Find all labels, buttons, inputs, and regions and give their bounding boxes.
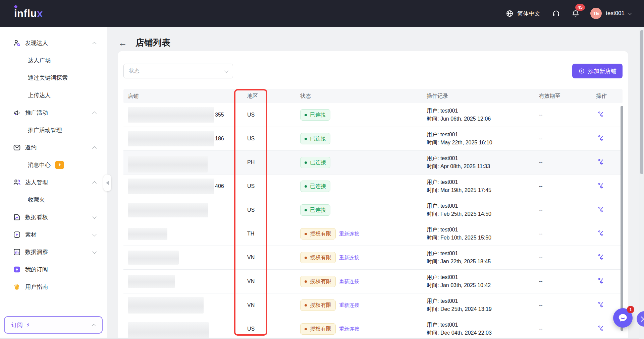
add-shop-button[interactable]: 添加新店铺 — [572, 64, 623, 78]
record-cell: 用户: test001时间: Feb 10th, 2025 15:50 — [427, 226, 539, 242]
transfer-icon[interactable] — [597, 277, 605, 284]
status-cell: 已连接 — [300, 204, 427, 216]
shop-cell — [123, 228, 247, 240]
table-scrollbar-thumb[interactable] — [621, 106, 623, 331]
globe-icon — [505, 9, 514, 18]
status-cell: 授权有限重新连接 — [300, 299, 427, 311]
sidebar-item-campaign-management[interactable]: 推广活动管理 — [0, 121, 107, 139]
status-badge: 已连接 — [300, 181, 330, 192]
chevron-down-icon — [92, 249, 97, 254]
sidebar-item-creator-management[interactable]: 达人管理 — [0, 174, 107, 191]
sidebar-item-invitations[interactable]: 邀约 — [0, 139, 107, 156]
avatar[interactable]: TE — [590, 8, 602, 19]
page-scrollbar-track[interactable] — [639, 27, 644, 339]
transfer-icon[interactable] — [597, 301, 605, 308]
redacted-shop-name — [128, 322, 209, 339]
status-filter-select[interactable]: 状态 — [123, 64, 233, 78]
chevron-down-icon — [224, 68, 228, 73]
region-cell: US — [247, 112, 300, 118]
record-cell: 用户: test001时间: Mar 19th, 2025 17:45 — [427, 178, 539, 194]
shop-cell: 186 — [123, 131, 247, 146]
expiry-cell: -- — [539, 112, 596, 118]
chevron-down-icon[interactable] — [628, 11, 632, 15]
status-cell: 授权有限重新连接 — [300, 252, 427, 263]
transfer-icon[interactable] — [597, 158, 605, 165]
reconnect-link[interactable]: 重新连接 — [339, 326, 359, 332]
status-dot-icon — [305, 138, 307, 140]
sidebar-item-label: 达人管理 — [25, 179, 93, 186]
status-badge: 授权有限 — [300, 228, 336, 240]
transfer-icon[interactable] — [597, 111, 605, 118]
lightning-badge-icon — [55, 161, 64, 169]
sidebar-item-label: 发现达人 — [25, 39, 93, 47]
shop-cell — [123, 275, 247, 288]
sidebar-item-label: 我的订阅 — [25, 266, 96, 273]
status-cell: 已连接 — [300, 181, 427, 192]
action-cell — [596, 301, 623, 310]
sidebar-item-message-center[interactable]: 消息中心 — [0, 156, 107, 174]
circle-plus-icon — [578, 68, 585, 74]
sidebar-item-data-insights[interactable]: 数据洞察 — [0, 243, 107, 261]
status-cell: 已连接 — [300, 157, 427, 168]
table-row: VN 授权有限重新连接 用户: test001时间: Jan 03th, 202… — [123, 270, 623, 293]
transfer-icon[interactable] — [597, 253, 605, 261]
region-cell: US — [247, 183, 300, 189]
transfer-icon[interactable] — [597, 206, 605, 213]
sidebar-collapse-handle[interactable] — [103, 175, 111, 191]
table-row: US 已连接 用户: test001时间: Feb 25th, 2025 14:… — [123, 198, 623, 222]
chat-widget-button[interactable]: 1 — [613, 308, 633, 328]
sidebar: 发现达人 达人广场 通过关键词探索 上传达人 推广活动 推广活动管理 邀约 — [0, 27, 107, 339]
subscribe-banner[interactable]: 订阅 — [4, 316, 103, 334]
sidebar-item-materials[interactable]: 素材 — [0, 226, 107, 243]
username-label: test001 — [606, 10, 625, 17]
sidebar-item-my-subscription[interactable]: 我的订阅 — [0, 261, 107, 278]
expiry-cell: -- — [539, 207, 596, 213]
sidebar-item-creator-marketplace[interactable]: 达人广场 — [0, 52, 107, 69]
column-header-expiry: 有效期至 — [539, 93, 596, 100]
status-cell: 已连接 — [300, 133, 427, 144]
sidebar-item-user-guide[interactable]: 用户指南 — [0, 278, 107, 295]
chat-bubble-icon — [617, 312, 629, 324]
reconnect-link[interactable]: 重新连接 — [339, 302, 359, 309]
sidebar-item-keyword-explore[interactable]: 通过关键词探索 — [0, 69, 107, 86]
shop-list-card: 状态 添加新店铺 店铺 地区 状态 操作记录 有效期至 操作 3 — [118, 51, 628, 339]
status-badge: 已连接 — [300, 157, 330, 168]
sidebar-item-favorites[interactable]: 收藏夹 — [0, 191, 107, 208]
sidebar-item-campaigns[interactable]: 推广活动 — [0, 104, 107, 121]
sidebar-item-data-dashboard[interactable]: 数据看板 — [0, 208, 107, 226]
action-cell — [596, 111, 623, 119]
status-badge: 授权有限 — [300, 276, 336, 287]
notifications-bell-icon[interactable]: 45 — [571, 9, 580, 18]
sidebar-item-upload-creator[interactable]: 上传达人 — [0, 86, 107, 104]
shop-cell: 355 — [123, 107, 247, 123]
page-scrollbar-thumb[interactable] — [640, 30, 643, 174]
sidebar-nav: 发现达人 达人广场 通过关键词探索 上传达人 推广活动 推广活动管理 邀约 — [0, 27, 107, 295]
reconnect-link[interactable]: 重新连接 — [339, 231, 359, 237]
expiry-cell: -- — [539, 302, 596, 308]
expiry-cell: -- — [539, 278, 596, 284]
column-header-region: 地区 — [247, 93, 300, 100]
bottom-edge-divider — [0, 338, 644, 339]
support-headset-icon[interactable] — [551, 9, 561, 18]
redacted-shop-name — [128, 156, 208, 173]
sidebar-item-discover-creators[interactable]: 发现达人 — [0, 34, 107, 52]
chevron-up-icon — [92, 42, 97, 46]
transfer-icon[interactable] — [597, 325, 605, 332]
lightning-icon — [25, 322, 31, 328]
table-row: VN 授权有限重新连接 用户: test001时间: Dec 25th, 202… — [123, 293, 623, 317]
column-header-actions: 操作 — [596, 93, 623, 100]
transfer-icon[interactable] — [597, 134, 605, 142]
reconnect-link[interactable]: 重新连接 — [339, 278, 359, 285]
redacted-shop-name — [128, 203, 208, 217]
chevron-down-icon — [92, 214, 97, 219]
status-dot-icon — [305, 328, 307, 330]
action-cell — [596, 229, 623, 238]
back-arrow-icon[interactable]: ← — [118, 39, 127, 47]
record-cell: 用户: test001时间: Dec 04th, 2024 22:03 — [427, 321, 539, 337]
page-title: 店铺列表 — [136, 37, 170, 49]
language-switcher[interactable]: 简体中文 — [505, 9, 540, 18]
chevron-down-icon — [92, 232, 97, 236]
reconnect-link[interactable]: 重新连接 — [339, 255, 359, 261]
transfer-icon[interactable] — [597, 229, 605, 237]
transfer-icon[interactable] — [597, 182, 605, 189]
